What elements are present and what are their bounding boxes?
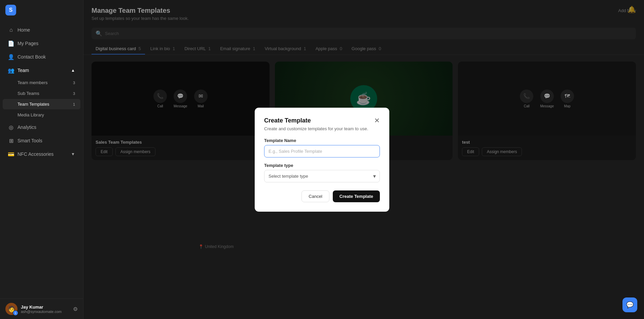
create-template-button[interactable]: Create Template — [333, 190, 380, 202]
modal-overlay: Create Template ✕ Create and customize t… — [0, 0, 644, 319]
template-name-label: Template Name — [264, 138, 380, 143]
cancel-button[interactable]: Cancel — [301, 190, 329, 202]
modal-close-button[interactable]: ✕ — [374, 117, 380, 124]
template-type-label: Template type — [264, 163, 380, 168]
template-type-select[interactable]: Select template type Digital business ca… — [264, 170, 380, 182]
modal-title: Create Template — [264, 117, 311, 124]
template-name-input[interactable] — [264, 145, 380, 157]
modal-header: Create Template ✕ — [264, 117, 380, 124]
modal-actions: Cancel Create Template — [264, 190, 380, 202]
template-type-select-wrap: Select template type Digital business ca… — [264, 170, 380, 182]
modal-subtitle: Create and customize templates for your … — [264, 126, 380, 131]
create-template-modal: Create Template ✕ Create and customize t… — [255, 108, 389, 212]
